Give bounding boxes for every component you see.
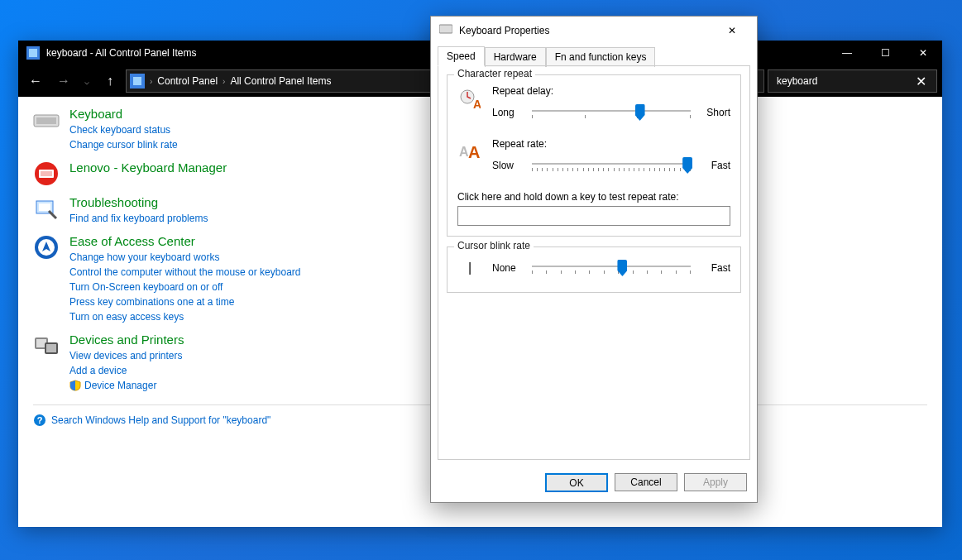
delay-max-label: Short: [701, 107, 730, 118]
cursor-preview-icon: |: [457, 257, 482, 279]
blink-min-label: None: [492, 262, 522, 274]
svg-rect-1: [133, 77, 141, 85]
window-title: keyboard - All Control Panel Items: [46, 47, 196, 59]
ease-icon: [33, 234, 60, 261]
search-box[interactable]: ✕: [768, 69, 937, 93]
tab-body: Character repeat A Repeat delay: Long S: [438, 65, 750, 460]
close-button[interactable]: ✕: [904, 41, 942, 65]
link-view-devices[interactable]: View devices and printers: [69, 348, 184, 363]
dialog-title: Keyboard Properties: [459, 25, 549, 36]
link-easy-access[interactable]: Turn on easy access keys: [69, 309, 300, 324]
repeat-delay-label: Repeat delay:: [492, 85, 730, 97]
slider-thumb[interactable]: [682, 157, 692, 174]
repeat-test-input[interactable]: [457, 206, 730, 226]
keyboard-properties-dialog: Keyboard Properties ✕ Speed Hardware Fn …: [430, 16, 758, 503]
repeat-delay-slider[interactable]: [532, 102, 691, 123]
dialog-close-button[interactable]: ✕: [716, 18, 749, 43]
rate-max-label: Fast: [701, 160, 730, 171]
svg-text:A: A: [468, 143, 480, 160]
apply-button[interactable]: Apply: [684, 473, 747, 491]
breadcrumb-current[interactable]: All Control Panel Items: [230, 75, 331, 87]
group-character-repeat: Character repeat A Repeat delay: Long S: [447, 74, 741, 237]
svg-rect-0: [29, 49, 37, 57]
history-dropdown[interactable]: ⌵: [79, 69, 94, 93]
blink-max-label: Fast: [701, 262, 730, 274]
ok-button[interactable]: OK: [545, 473, 608, 492]
back-button[interactable]: ←: [23, 69, 48, 93]
breadcrumb-root[interactable]: Control Panel: [157, 75, 218, 87]
keyboard-icon: [33, 107, 60, 133]
link-change-keyboard[interactable]: Change how your keyboard works: [69, 250, 300, 265]
chevron-right-icon: ›: [150, 77, 152, 86]
blink-rate-slider[interactable]: [532, 257, 691, 279]
test-label: Click here and hold down a key to test r…: [457, 191, 730, 203]
link-find-fix[interactable]: Find and fix keyboard problems: [69, 211, 208, 226]
chevron-right-icon: ›: [223, 77, 225, 86]
svg-rect-6: [41, 171, 52, 176]
keyboard-icon: [439, 24, 452, 37]
svg-rect-8: [39, 203, 50, 211]
shield-icon: [69, 380, 81, 391]
dialog-titlebar[interactable]: Keyboard Properties ✕: [431, 17, 757, 45]
tab-strip: Speed Hardware Fn and function keys: [431, 46, 757, 66]
link-without-mouse[interactable]: Control the computer without the mouse o…: [69, 265, 300, 280]
svg-text:?: ?: [37, 415, 43, 425]
rate-min-label: Slow: [492, 160, 522, 171]
clear-search-icon[interactable]: ✕: [912, 74, 930, 89]
group-label: Character repeat: [454, 68, 535, 79]
svg-rect-3: [36, 117, 56, 124]
result-title[interactable]: Keyboard: [69, 107, 178, 121]
link-osk[interactable]: Turn On-Screen keyboard on or off: [69, 280, 300, 294]
tab-hardware[interactable]: Hardware: [485, 47, 546, 67]
group-cursor-blink: Cursor blink rate | None Fast: [447, 246, 741, 293]
result-title[interactable]: Ease of Access Center: [69, 234, 300, 248]
forward-button[interactable]: →: [51, 69, 76, 93]
devices-icon: [33, 333, 60, 359]
link-add-device[interactable]: Add a device: [69, 363, 184, 378]
tab-speed[interactable]: Speed: [438, 46, 485, 66]
svg-rect-17: [439, 25, 452, 33]
repeat-rate-label: Repeat rate:: [492, 138, 730, 150]
app-icon: [26, 46, 40, 60]
footer-text: Search Windows Help and Support for "key…: [51, 414, 270, 426]
repeat-delay-icon: A: [457, 85, 482, 123]
up-button[interactable]: ↑: [98, 69, 122, 93]
slider-thumb[interactable]: [635, 104, 645, 121]
lenovo-icon: [33, 160, 60, 187]
result-title[interactable]: Lenovo - Keyboard Manager: [69, 160, 227, 175]
slider-thumb[interactable]: [617, 260, 627, 276]
result-title[interactable]: Devices and Printers: [69, 333, 184, 347]
link-key-combo[interactable]: Press key combinations one at a time: [69, 294, 300, 309]
cancel-button[interactable]: Cancel: [615, 473, 677, 491]
help-icon: ?: [33, 414, 46, 427]
result-title[interactable]: Troubleshooting: [69, 195, 208, 209]
link-blink-rate[interactable]: Change cursor blink rate: [69, 137, 178, 152]
repeat-rate-slider[interactable]: [532, 155, 691, 176]
minimize-button[interactable]: —: [828, 41, 866, 65]
search-input[interactable]: [775, 74, 912, 88]
tab-fn-keys[interactable]: Fn and function keys: [546, 47, 656, 67]
control-panel-icon: [130, 74, 145, 89]
delay-min-label: Long: [492, 107, 522, 118]
dialog-buttons: OK Cancel Apply: [431, 467, 757, 502]
link-check-status[interactable]: Check keyboard status: [69, 122, 178, 137]
svg-rect-14: [46, 344, 56, 352]
link-device-manager[interactable]: Device Manager: [84, 378, 156, 393]
svg-text:A: A: [473, 98, 481, 110]
troubleshoot-icon: [33, 195, 60, 222]
group-label: Cursor blink rate: [454, 240, 534, 251]
repeat-rate-icon: AA: [457, 138, 482, 176]
maximize-button[interactable]: ☐: [866, 41, 904, 65]
